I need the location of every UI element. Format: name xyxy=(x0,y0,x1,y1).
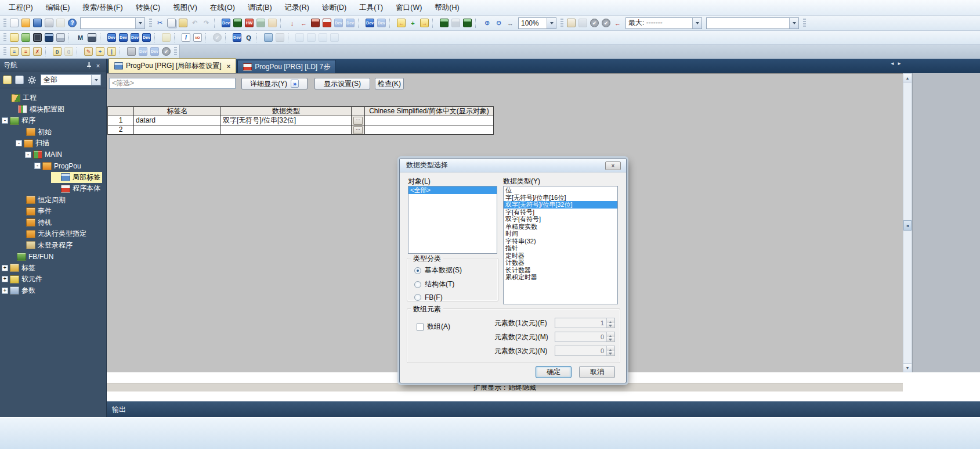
dimension-count-input[interactable]: 0 xyxy=(555,332,615,342)
toolbar-button[interactable] xyxy=(174,33,178,42)
docking-window-4-button[interactable] xyxy=(329,32,340,43)
docking-window-2-button[interactable] xyxy=(306,32,317,43)
zoom-editor-button[interactable] xyxy=(263,32,274,43)
ladder-branch-button[interactable]: + xyxy=(95,46,106,57)
undo-button[interactable]: ↶ xyxy=(189,17,200,28)
search-device-button[interactable]: Q xyxy=(243,32,254,43)
data-type-list-item[interactable]: 长计数器 xyxy=(504,267,617,274)
combo-dropdown-icon[interactable] xyxy=(135,18,144,28)
device-batch-monitor-button[interactable]: Dev xyxy=(118,32,129,43)
output-panel-header[interactable]: 输出 xyxy=(107,401,980,418)
nav-tree-item[interactable]: 恒定周期 xyxy=(16,195,67,206)
download-button[interactable]: ↓ xyxy=(287,17,298,28)
data-check-button[interactable]: ✔ xyxy=(161,46,172,57)
toolbar-button[interactable] xyxy=(358,19,362,28)
tree-expander-icon[interactable]: + xyxy=(2,288,8,294)
menu-item[interactable]: 工具(T) xyxy=(353,1,389,15)
tab-scroll-left-icon[interactable]: ◄ xyxy=(890,61,895,66)
scroll-up-icon[interactable]: ▲ xyxy=(903,74,912,82)
project-tree-button[interactable] xyxy=(9,32,20,43)
zoom-in-button[interactable]: ⊕ xyxy=(482,17,493,28)
spinner-down-icon[interactable] xyxy=(607,337,614,342)
jump-back-button[interactable]: ← xyxy=(612,17,623,28)
find-button[interactable]: M xyxy=(75,32,86,43)
tree-expander-icon[interactable]: + xyxy=(2,265,8,271)
verify-result-button[interactable]: ✔ xyxy=(212,32,223,43)
verify-with-plc-button[interactable]: HW xyxy=(244,17,255,28)
nav-tree-item[interactable]: FB/FUN xyxy=(7,251,55,263)
nav-expand-collapse-button[interactable] xyxy=(14,74,25,85)
nav-tree-item[interactable]: 无执行类型指定 xyxy=(16,228,88,240)
docking-window-3-button[interactable] xyxy=(317,32,328,43)
toolbar-button[interactable] xyxy=(68,33,73,42)
vertical-scrollbar[interactable]: ▲ ◄ ▼ xyxy=(903,73,912,372)
nav-tree-item[interactable]: - MAIN xyxy=(23,149,64,161)
type-category-radio[interactable]: 基本数据(S) xyxy=(414,265,462,275)
nav-tree-item[interactable]: 工程 xyxy=(1,92,38,104)
spinner-up-icon[interactable] xyxy=(607,332,614,337)
label-editor-button[interactable] xyxy=(55,32,66,43)
menu-item[interactable]: 帮助(H) xyxy=(428,1,465,15)
data-type-list-item[interactable]: 单精度实数 xyxy=(504,223,617,231)
nav-tree-item[interactable]: 模块配置图 xyxy=(8,104,66,116)
toolbar-button[interactable] xyxy=(288,33,292,42)
device-monitor-button[interactable]: Dev xyxy=(364,17,375,28)
display-comment-cell[interactable] xyxy=(365,116,494,125)
menu-item[interactable]: 工程(P) xyxy=(2,1,39,15)
device-find-button[interactable]: Dev xyxy=(129,32,140,43)
combo-dropdown-icon[interactable] xyxy=(547,18,556,28)
combo-dropdown-icon[interactable] xyxy=(789,18,798,28)
menu-item[interactable]: 编辑(E) xyxy=(39,1,77,15)
statement-insert-button[interactable]: + xyxy=(407,17,418,28)
dialog-close-button[interactable]: × xyxy=(605,161,621,170)
tree-expander-icon[interactable]: - xyxy=(34,163,41,169)
dialog-title-bar[interactable]: 数据类型选择 xyxy=(400,159,626,173)
write-to-plc-button[interactable]: Dev xyxy=(220,17,232,28)
data-type-list[interactable]: 位字[无符号]/位串[16位]双字[无符号]/位串[32位]字[有符号]双字[有… xyxy=(503,186,618,304)
combo-dropdown-icon[interactable] xyxy=(692,18,701,28)
data-type-list-item[interactable]: 时间 xyxy=(504,230,617,238)
statement-next-button[interactable]: → xyxy=(419,17,430,28)
document-tab[interactable]: ProgPou [PRG] [LD] 7步 xyxy=(237,60,336,73)
zoom-out-button[interactable]: ⊖ xyxy=(493,17,504,28)
zoom-combo[interactable]: 100% xyxy=(518,17,556,29)
dimension-count-input[interactable]: 0 xyxy=(555,346,615,356)
type-category-radio[interactable]: 结构体(T) xyxy=(414,279,462,289)
open-button[interactable] xyxy=(20,17,31,28)
device-cross-ref-button[interactable]: Dev xyxy=(141,32,152,43)
menu-item[interactable]: 视图(V) xyxy=(167,1,204,15)
combo-dropdown-icon[interactable] xyxy=(91,75,100,85)
data-type-list-item[interactable]: 双字[无符号]/位串[32位] xyxy=(504,201,617,209)
paste-button[interactable] xyxy=(178,17,189,28)
ladder-coil-button[interactable]: () xyxy=(52,46,63,57)
toolbar-button[interactable] xyxy=(77,47,81,56)
document-tab[interactable]: ProgPou [PRG] [局部标签设置] × xyxy=(109,58,236,73)
toolbar-grip[interactable] xyxy=(174,47,177,56)
type-category-radio[interactable]: FB(F) xyxy=(414,293,462,301)
toolbar-button[interactable] xyxy=(389,19,393,28)
data-type-list-item[interactable]: 位 xyxy=(504,186,617,194)
toolbar-button[interactable] xyxy=(280,19,284,28)
tab-scroll-right-icon[interactable]: ► xyxy=(897,61,902,66)
find-in-editor-button[interactable] xyxy=(86,32,97,43)
array-checkbox-row[interactable]: 数组(A) xyxy=(417,322,450,332)
nav-tree-item[interactable]: - 程序 xyxy=(0,115,37,127)
toolbar-button[interactable] xyxy=(225,33,229,42)
nav-tree-item[interactable]: - 扫描 xyxy=(14,138,51,149)
tree-expander-icon[interactable]: - xyxy=(2,117,8,124)
type-browse-button[interactable]: ... xyxy=(353,126,363,134)
data-type-list-item[interactable]: 双字[有符号] xyxy=(504,215,617,223)
monitor-pause-button[interactable] xyxy=(450,17,461,28)
menu-item[interactable]: 诊断(D) xyxy=(316,1,353,15)
statement-list-button[interactable] xyxy=(161,32,172,43)
ladder-wire-button[interactable]: | xyxy=(106,46,117,57)
spinner-up-icon[interactable] xyxy=(607,346,614,351)
read-from-plc-button[interactable] xyxy=(232,17,243,28)
checkbox-icon[interactable] xyxy=(417,324,424,331)
menu-item[interactable]: 在线(O) xyxy=(204,1,241,15)
toolbar-grip[interactable] xyxy=(3,19,6,28)
print-button[interactable] xyxy=(44,17,55,28)
tree-expander-icon[interactable]: + xyxy=(2,276,8,282)
gear-icon[interactable] xyxy=(26,74,37,85)
nav-tree-item[interactable]: + 标签 xyxy=(0,263,37,274)
